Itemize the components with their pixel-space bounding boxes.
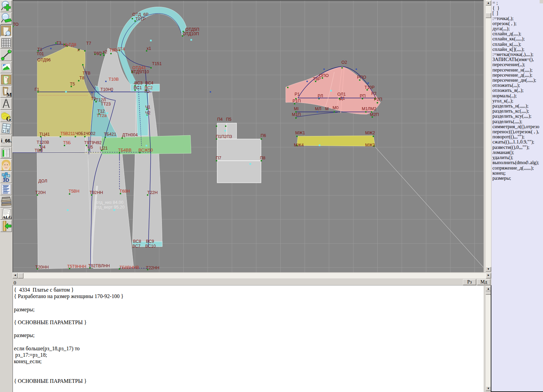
svg-text:Т8Р: Т8Р <box>109 48 117 53</box>
svg-text:х2: х2 <box>103 50 107 54</box>
svg-text:Т20НН: Т20НН <box>35 265 49 270</box>
svg-text:Г1: Г1 <box>35 87 39 92</box>
svg-text:ОТД10П: ОТД10П <box>183 32 199 36</box>
svg-text:ВС10: ВС10 <box>145 244 156 249</box>
svg-text:Т01Р: Т01Р <box>135 17 146 21</box>
svg-text:Т5Б: Т5Б <box>63 140 71 145</box>
svg-text:Т5Т9ННН: Т5Т9ННН <box>67 264 86 269</box>
svg-text:МЖ2: МЖ2 <box>365 131 375 135</box>
svg-text:О2: О2 <box>341 60 347 65</box>
svg-text:G: G <box>6 115 11 122</box>
svg-text:Т151: Т151 <box>152 61 162 66</box>
svg-text:Т20Н: Т20Н <box>35 190 46 195</box>
svg-text:Р2П: Р2П <box>374 97 382 102</box>
svg-text:Т1: Т1 <box>37 47 42 52</box>
svg-text:Т7: Т7 <box>86 41 91 46</box>
svg-text:ВС8: ВС8 <box>133 239 141 244</box>
svg-text:ALG: ALG <box>2 215 12 219</box>
svg-text:Т5: Т5 <box>70 82 75 86</box>
svg-text:ТТ2а: ТТ2а <box>97 113 107 118</box>
svg-text:х1: х1 <box>147 46 151 51</box>
svg-text:M: M <box>6 92 12 97</box>
svg-text:ВС2: ВС2 <box>145 85 153 90</box>
svg-text:МЛ: МЛ <box>315 106 321 111</box>
svg-text:П8: П8 <box>260 156 265 160</box>
svg-text:М2П: М2П <box>370 112 379 117</box>
svg-text:Т5ВН: Т5ВН <box>69 189 79 194</box>
svg-text:ВТД5П10: ВТД5П10 <box>131 70 149 74</box>
svg-text:Т120В: Т120В <box>37 140 49 145</box>
svg-text:Т10В: Т10В <box>109 77 119 82</box>
svg-text:ОТД96: ОТД96 <box>37 58 51 62</box>
svg-text:Т3: Т3 <box>56 41 61 45</box>
svg-text:Т10Р: Т10Р <box>364 85 375 90</box>
svg-text:Т8: Т8 <box>79 76 85 80</box>
svg-text:МЖ4: МЖ4 <box>294 143 304 148</box>
svg-text:отд_верт 95.20: отд_верт 95.20 <box>95 205 125 210</box>
svg-text:М: М <box>325 106 329 111</box>
svg-text:ВС3: ВС3 <box>134 81 143 85</box>
svg-text:ВСЖ50: ВСЖ50 <box>138 148 153 153</box>
svg-text:ЦЬТД8: ЦЬТД8 <box>63 42 76 47</box>
svg-text:Ч002: Ч002 <box>86 131 95 136</box>
svg-text:Ч1: Ч1 <box>145 105 150 110</box>
svg-text:ОПО: ОПО <box>319 73 329 78</box>
svg-text:М0: М0 <box>333 105 338 110</box>
svg-text:Р1П: Р1П <box>293 99 301 103</box>
svg-text:ВС7: ВС7 <box>132 244 141 249</box>
svg-text:М1ЛМ2: М1ЛМ2 <box>362 106 376 111</box>
svg-text:ОТД43: ОТД43 <box>132 65 146 70</box>
svg-text:ТБ421: ТБ421 <box>104 132 116 137</box>
svg-text:МЖ1: МЖ1 <box>295 131 305 135</box>
svg-text:Т92НН: Т92НН <box>90 190 103 195</box>
svg-text:ТВЛ: ТВЛ <box>35 148 43 153</box>
svg-text:х: х <box>77 47 80 52</box>
svg-text:ДОЛ: ДОЛ <box>38 179 47 183</box>
svg-text:Т6П: Т6П <box>94 51 102 56</box>
svg-text:Т01: Т01 <box>37 52 44 56</box>
svg-text:ВС9: ВС9 <box>146 239 154 244</box>
svg-text:ОТД5П: ОТД5П <box>185 27 199 32</box>
svg-text:Ч0Б1: Ч0Б1 <box>75 131 86 136</box>
svg-text:МІ: МІ <box>294 106 299 111</box>
svg-text:Т9: Т9 <box>91 96 96 101</box>
svg-text:ОТД_6Р: ОТД_6Р <box>132 12 149 17</box>
svg-text:П1П2П3: П1П2П3 <box>216 134 232 139</box>
svg-text:Т9Т9Ч92: Т9Т9Ч92 <box>84 140 101 145</box>
svg-text:П6: П6 <box>261 133 266 138</box>
svg-text:Т92ТВЛНН: Т92ТВЛНН <box>88 263 110 268</box>
svg-text:П4: П4 <box>217 117 223 122</box>
svg-text:ВС1: ВС1 <box>134 85 142 90</box>
svg-text:Т22Н: Т22Н <box>147 190 158 195</box>
svg-text:П5: П5 <box>226 117 231 122</box>
svg-text:РЛ: РЛ <box>318 94 323 98</box>
svg-text:Р1: Р1 <box>295 92 300 97</box>
svg-text:ТБ8ВННВ: ТБ8ВННВ <box>119 265 139 270</box>
svg-text:ДТ4: ДТ4 <box>117 47 125 52</box>
svg-text:Ч2: Ч2 <box>145 111 150 115</box>
svg-text:Т5В211: Т5В211 <box>60 131 75 136</box>
svg-text:ДТН004: ДТН004 <box>122 133 138 137</box>
svg-text:ВС4: ВС4 <box>145 81 153 85</box>
svg-text:МЖ3: МЖ3 <box>365 143 375 148</box>
svg-text:Т22НН: Т22НН <box>146 266 160 270</box>
svg-text:М1П: М1П <box>292 112 301 117</box>
svg-text:Д1: Д1 <box>340 96 345 101</box>
svg-text:РПО: РПО <box>357 75 366 80</box>
svg-text:ТТ23: ТТ23 <box>101 102 111 106</box>
svg-text:ТТВ: ТТВ <box>82 71 91 76</box>
svg-text:3D: 3D <box>3 177 9 183</box>
svg-text:Ц21: Ц21 <box>100 146 108 151</box>
svg-text:отд_низ 84.00: отд_низ 84.00 <box>96 200 124 205</box>
svg-text:Т10Н0: Т10Н0 <box>100 87 113 92</box>
svg-text:Т68Н: Т68Н <box>119 189 130 194</box>
svg-text:U5: U5 <box>88 145 93 150</box>
svg-text:РП: РП <box>360 94 366 98</box>
svg-text:ТЦ41: ТЦ41 <box>39 132 50 137</box>
svg-text:ТБ4ВВ: ТБ4ВВ <box>118 148 131 153</box>
svg-text:П7: П7 <box>216 156 221 160</box>
svg-text:Р2: Р2 <box>371 91 376 96</box>
svg-text:ТО: ТО <box>13 22 19 27</box>
svg-text:Т12: Т12 <box>97 109 105 114</box>
